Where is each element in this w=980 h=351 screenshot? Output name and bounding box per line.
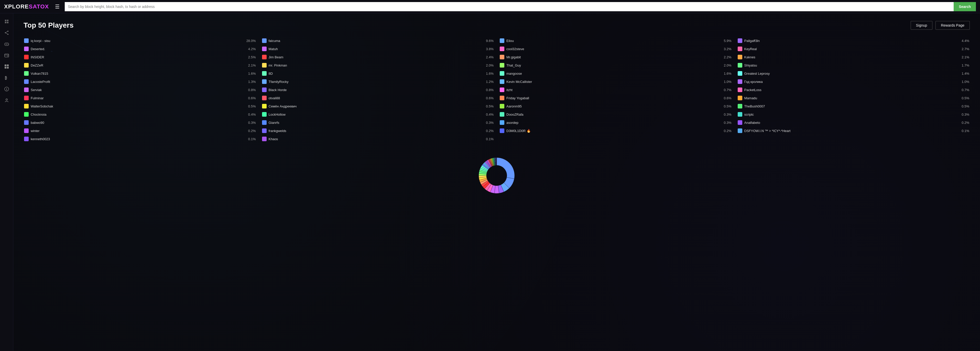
player-percentage: 3.2% <box>724 47 732 51</box>
player-name: Mr.gigabit <box>506 55 721 59</box>
blocks-icon[interactable] <box>3 17 11 25</box>
player-percentage: 0.2% <box>724 129 732 133</box>
gamepad-icon[interactable] <box>3 40 11 48</box>
svg-point-0 <box>8 31 8 32</box>
player-color-indicator <box>738 55 742 59</box>
player-name: frankgwelds <box>269 129 483 133</box>
list-item: Eilou5.9% <box>499 37 732 44</box>
player-percentage: 1.7% <box>962 64 969 67</box>
svg-rect-10 <box>5 54 9 57</box>
player-color-indicator <box>24 63 29 68</box>
user-profile-icon[interactable] <box>3 96 11 104</box>
player-name: Vulkan7815 <box>31 71 245 75</box>
header-buttons: Signup Rewards Page <box>911 21 970 30</box>
player-percentage: 1.3% <box>248 80 256 84</box>
player-name: Black Horde <box>269 88 483 92</box>
wallet-icon[interactable] <box>3 51 11 59</box>
player-color-indicator <box>738 104 742 108</box>
player-color-indicator <box>24 46 29 51</box>
svg-text:i: i <box>6 87 7 91</box>
list-item: Matuh3.8% <box>261 46 494 52</box>
svg-point-1 <box>5 32 6 33</box>
player-color-indicator <box>262 46 267 51</box>
main-content: Top 50 Players Signup Rewards Page iq ko… <box>13 13 980 351</box>
search-button[interactable]: Search <box>954 2 976 11</box>
player-percentage: 3.8% <box>486 47 493 51</box>
list-item: INSIDER2.5% <box>24 54 256 60</box>
info-icon[interactable]: i <box>3 85 11 93</box>
player-name: Kevin McCallister <box>506 80 721 84</box>
player-name: Friday Yogaball <box>506 96 721 100</box>
sidebar: ₿ i <box>0 13 13 351</box>
player-color-indicator <box>738 129 742 133</box>
list-item: WalterSobchak0.5% <box>24 103 256 110</box>
logo-satox: SATOX <box>29 3 49 10</box>
player-color-indicator <box>24 71 29 76</box>
player-name: Семён Андреевич <box>269 104 483 108</box>
list-item: LockHollow0.4% <box>261 111 494 118</box>
list-item: Jim Beam2.4% <box>261 54 494 60</box>
player-name: Serviak <box>31 88 245 92</box>
list-item: mr. Pinkman2.0% <box>261 62 494 68</box>
list-item: DooоZRafa0.3% <box>499 111 732 118</box>
list-item: Deserted.4.2% <box>24 46 256 52</box>
player-percentage: 0.6% <box>486 96 493 100</box>
player-color-indicator <box>262 120 267 125</box>
svg-point-19 <box>6 99 8 100</box>
player-name: TfamilyRocky <box>269 80 483 84</box>
chart-container <box>24 150 970 201</box>
list-item: iq korpi - sisu28.0% <box>24 37 256 44</box>
player-color-indicator <box>262 87 267 92</box>
grid-icon[interactable] <box>3 62 11 71</box>
search-container: Search <box>65 2 976 11</box>
player-percentage: 0.4% <box>486 113 493 116</box>
player-name: scriptc <box>745 113 959 116</box>
list-item: Chocknoia0.4% <box>24 111 256 118</box>
player-color-indicator <box>738 71 742 76</box>
player-percentage: 0.5% <box>248 104 256 108</box>
player-name: Pallgaff3ln <box>745 39 959 43</box>
list-item: Black Horde0.8% <box>261 86 494 93</box>
list-item: Serviak0.8% <box>24 86 256 93</box>
player-color-indicator <box>24 79 29 84</box>
search-input[interactable] <box>65 2 954 11</box>
player-percentage: 0.1% <box>962 129 969 133</box>
player-percentage: 2.4% <box>486 55 493 59</box>
player-percentage: 0.3% <box>962 113 969 116</box>
list-item: Kaknes2.1% <box>737 54 970 60</box>
player-percentage: 0.8% <box>486 88 493 92</box>
player-name: itzht <box>506 88 721 92</box>
list-item: LacosteProfit1.3% <box>24 78 256 85</box>
player-color-indicator <box>738 63 742 68</box>
player-color-indicator <box>500 96 504 100</box>
player-name: Aaronm95 <box>506 104 721 108</box>
list-item: PacketLoss0.7% <box>737 86 970 93</box>
player-name: Greatest Leprosy <box>745 71 959 75</box>
player-percentage: 0.6% <box>724 96 732 100</box>
player-name: 8D <box>269 71 483 75</box>
player-color-indicator <box>738 38 742 43</box>
player-color-indicator <box>500 120 504 125</box>
player-color-indicator <box>262 112 267 117</box>
share-icon[interactable] <box>3 29 11 37</box>
player-name: INSIDER <box>31 55 245 59</box>
player-color-indicator <box>500 129 504 133</box>
hamburger-button[interactable]: ☰ <box>54 3 60 11</box>
player-percentage: 0.3% <box>248 121 256 125</box>
svg-point-11 <box>7 56 8 57</box>
rewards-page-button[interactable]: Rewards Page <box>935 21 970 30</box>
list-item: falcuma9.6% <box>261 37 494 44</box>
list-item: Mamadu0.5% <box>737 95 970 101</box>
player-color-indicator <box>262 96 267 100</box>
player-name: DeZZeR <box>31 64 245 67</box>
player-color-indicator <box>500 63 504 68</box>
layout: ₿ i <box>0 13 980 351</box>
player-percentage: 0.7% <box>962 88 969 92</box>
player-name: iq korpi - sisu <box>31 39 243 43</box>
signup-button[interactable]: Signup <box>911 21 933 30</box>
player-color-indicator <box>24 129 29 133</box>
player-color-indicator <box>738 87 742 92</box>
list-item: itzht0.7% <box>499 86 732 93</box>
player-name: PacketLoss <box>745 88 959 92</box>
bitcoin-icon[interactable]: ₿ <box>3 74 11 82</box>
